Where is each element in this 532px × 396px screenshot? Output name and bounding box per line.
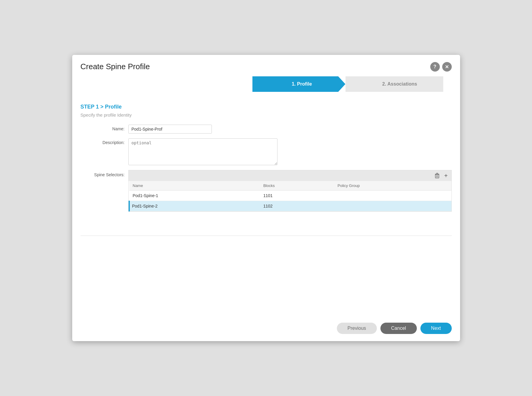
step-header-subtitle: Specify the profile Identity [81, 112, 452, 117]
description-input[interactable] [128, 138, 277, 165]
help-button[interactable]: ? [430, 62, 440, 72]
row-policy-group [334, 201, 451, 211]
col-blocks: Blocks [260, 181, 334, 191]
delete-button[interactable] [434, 172, 441, 179]
spine-selectors-row: Spine Selectors: + [81, 170, 452, 212]
step-header-title: STEP 1 > Profile [81, 104, 452, 110]
description-label: Description: [81, 138, 128, 145]
spine-selectors-container: + Name Blocks Policy Group Pod1-Spine-11… [128, 170, 452, 212]
table-row[interactable]: Pod1-Spine-11101 [129, 191, 451, 201]
dialog-content: STEP 1 > Profile Specify the profile Ide… [72, 104, 460, 318]
name-input[interactable] [128, 125, 212, 134]
svg-rect-2 [435, 174, 439, 178]
add-button[interactable]: + [443, 172, 449, 180]
step-1[interactable]: 1. Profile [252, 76, 346, 92]
name-row: Name: [81, 125, 452, 134]
steps-bar: 1. Profile 2. Associations [252, 76, 443, 92]
create-spine-profile-dialog: Create Spine Profile ? ✕ 1. Profile 2. A… [72, 55, 460, 341]
previous-button[interactable]: Previous [337, 323, 377, 334]
name-label: Name: [81, 125, 128, 131]
dialog-footer: Previous Cancel Next [72, 318, 460, 341]
header-icons: ? ✕ [430, 62, 452, 72]
next-button[interactable]: Next [420, 323, 452, 334]
table-header-row: Name Blocks Policy Group [129, 181, 451, 191]
row-policy-group [334, 191, 451, 201]
spine-selectors-label: Spine Selectors: [81, 170, 128, 177]
cancel-button[interactable]: Cancel [380, 323, 417, 334]
spine-selectors-toolbar: + [129, 170, 451, 181]
dialog-title: Create Spine Profile [81, 62, 430, 71]
content-divider [81, 236, 452, 236]
col-name: Name [129, 181, 260, 191]
col-policy-group: Policy Group [334, 181, 451, 191]
close-button[interactable]: ✕ [442, 62, 452, 72]
row-name: Pod1-Spine-1 [129, 191, 260, 201]
row-name: Pod1-Spine-2 [129, 201, 260, 211]
description-row: Description: [81, 138, 452, 165]
table-row[interactable]: Pod1-Spine-21102 [129, 201, 451, 211]
spine-selectors-table: Name Blocks Policy Group Pod1-Spine-1110… [129, 181, 451, 211]
row-blocks: 1102 [260, 201, 334, 211]
row-blocks: 1101 [260, 191, 334, 201]
svg-rect-0 [436, 173, 438, 174]
dialog-header: Create Spine Profile ? ✕ [72, 55, 460, 76]
step-2[interactable]: 2. Associations [346, 76, 443, 92]
